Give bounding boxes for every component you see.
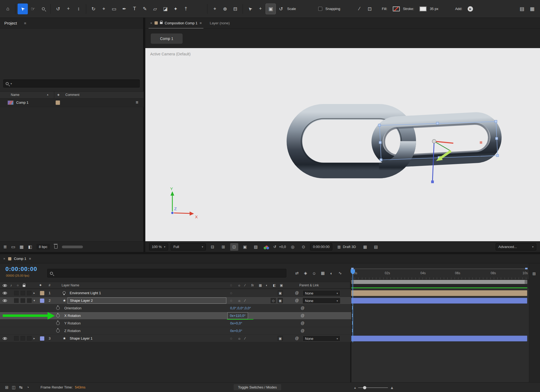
layer-duration-bar-shape-layer-2[interactable] (351, 298, 527, 304)
label-color-chip[interactable] (40, 336, 44, 341)
comp-marker-bin-icon[interactable]: ▤ (532, 272, 536, 276)
panel-menu-icon[interactable]: ≡ (29, 257, 31, 261)
eye-icon[interactable] (3, 299, 7, 302)
selection-handle[interactable] (496, 154, 499, 157)
lock-column-icon[interactable] (23, 285, 25, 287)
snapping-option-b-button[interactable]: ⊡ (364, 4, 375, 14)
work-area-bar[interactable] (351, 280, 527, 284)
solo-cell[interactable] (21, 336, 25, 341)
stopwatch-icon[interactable] (56, 321, 60, 325)
property-value[interactable]: 0x+0,0° (230, 329, 242, 333)
composition-tab[interactable]: × Composition Comp 1 ≡ (149, 18, 203, 28)
panel-menu-icon[interactable]: ≡ (24, 21, 26, 25)
x-rotation-value-box[interactable]: 0x+110,0° (227, 312, 248, 319)
add-play-button[interactable]: ▶ (468, 6, 473, 12)
pixel-aspect-button[interactable]: ▨ (252, 243, 260, 251)
layer-name-column-header[interactable]: Layer Name (62, 283, 79, 287)
parent-link-column-header[interactable]: Parent & Link (299, 283, 319, 287)
audio-cell[interactable] (14, 291, 19, 295)
solo-cell[interactable] (21, 298, 25, 303)
layer-row-environment-light[interactable]: ▸ 1 Environment Light 1 ◌ ▣ @ None ▾ (0, 289, 351, 297)
layer-tab-title[interactable]: Layer (none) (210, 21, 230, 25)
toggle-switches-modes-button[interactable]: Toggle Switches / Modes (234, 384, 281, 390)
collapse-switch-icon[interactable]: ☼ (238, 299, 241, 303)
project-item-name[interactable]: Comp 1 (16, 100, 29, 105)
composition-viewer[interactable]: Active Camera (Default) (145, 48, 540, 241)
collapse-switch-icon[interactable]: ☼ (238, 336, 241, 340)
stroke-swatch[interactable] (420, 6, 427, 11)
stroke-width-value[interactable]: 35 px (430, 7, 438, 11)
shy-column-icon[interactable]: ◌ (230, 283, 232, 287)
label-color-chip[interactable] (40, 291, 44, 295)
selection-handle[interactable] (378, 124, 381, 126)
exposure-value[interactable]: +0,0 (279, 245, 286, 249)
fill-swatch[interactable] (393, 6, 400, 11)
frame-blend-column-icon[interactable]: ▦ (259, 283, 262, 287)
layer-duration-bar-environment-light[interactable] (351, 290, 527, 296)
zoom-out-icon[interactable]: ▴ (354, 386, 356, 390)
mask-visibility-button[interactable]: ⊞ (219, 243, 227, 251)
new-folder-icon[interactable]: ▭ (11, 244, 15, 249)
preview-time-indicator[interactable]: 0:00:00:00 (310, 243, 332, 250)
gizmo-select-mode-button[interactable]: ➤ (245, 4, 255, 14)
motion-blur-button[interactable]: ◐ (328, 269, 335, 277)
camera-tool[interactable]: ⌖ (99, 4, 109, 14)
lock-cell[interactable] (27, 336, 32, 341)
label-column-icon[interactable]: ◆ (39, 283, 42, 286)
pan-camera-tool[interactable]: + (63, 4, 73, 14)
lock-cell[interactable] (27, 291, 32, 295)
roto-brush-tool[interactable]: ✦ (170, 4, 181, 14)
magnification-select[interactable]: 100 % ▾ (149, 243, 168, 250)
chevron-right-icon[interactable]: ▸ (33, 337, 35, 340)
clone-stamp-tool[interactable]: ▱ (150, 4, 160, 14)
local-axis-mode-button[interactable]: ⌖ (210, 4, 220, 14)
rotation-tool[interactable]: ↻ (88, 4, 99, 14)
layer-duration-bar-shape-layer-1[interactable] (351, 336, 527, 341)
transfer-controls-pane-icon[interactable]: ◫ (10, 385, 17, 390)
snapping-option-a-button[interactable]: ∕ (354, 4, 364, 14)
parent-dropdown[interactable]: None ▾ (303, 336, 340, 341)
interpret-footage-icon[interactable]: ≣ (3, 244, 7, 249)
graph-editor-button[interactable]: ∿ (336, 269, 344, 277)
adjustment-column-icon[interactable]: ◧ (273, 283, 276, 287)
selection-handle[interactable] (495, 137, 498, 140)
new-composition-icon[interactable]: ▦ (20, 244, 24, 249)
audio-column-icon[interactable]: ♪ (10, 283, 12, 287)
playhead-line[interactable] (353, 275, 353, 342)
solo-column-icon[interactable]: ○ (17, 283, 19, 287)
property-name[interactable]: Orientation (64, 306, 82, 310)
threed-column-icon[interactable]: ▣ (280, 283, 283, 287)
pick-whip-icon[interactable]: @ (301, 306, 304, 310)
comp-navigator-chip[interactable]: Comp 1 (151, 33, 183, 44)
property-value[interactable]: 0,0°,0,0°,0,0° (230, 306, 251, 310)
eye-icon[interactable] (3, 292, 7, 294)
zoom-in-icon[interactable]: ▲ (390, 385, 394, 390)
parent-dropdown[interactable]: None ▾ (303, 298, 340, 304)
stopwatch-icon[interactable] (56, 314, 60, 317)
view-axis-mode-button[interactable]: ⊟ (230, 4, 240, 14)
gizmo-x-handle[interactable] (480, 141, 482, 144)
project-search-input[interactable]: ▾ (3, 79, 140, 88)
effects-column-icon[interactable]: fx (251, 283, 254, 287)
close-tab-icon[interactable]: × (3, 257, 5, 261)
take-snapshot-button[interactable]: ◎ (289, 243, 297, 251)
zoom-knob[interactable] (363, 386, 366, 389)
eraser-tool[interactable]: ◪ (160, 4, 170, 14)
resolution-select[interactable]: Full ▾ (171, 243, 206, 250)
puppet-pin-tool[interactable]: † (181, 4, 191, 14)
property-value[interactable]: 0x+0,0° (230, 321, 242, 325)
reset-exposure-icon[interactable]: ↺ (273, 245, 276, 249)
grid-guides-button[interactable]: ⊟ (209, 243, 217, 251)
property-name[interactable]: X Rotation (64, 314, 81, 318)
property-row-y-rotation[interactable]: Y Rotation 0x+0,0° @ (0, 320, 351, 327)
video-column-icon[interactable] (3, 284, 7, 287)
snapping-checkbox[interactable] (318, 7, 322, 11)
parent-dropdown[interactable]: None ▾ (303, 290, 340, 296)
timeline-zoom-slider[interactable]: ▴ ▲ (354, 385, 394, 390)
pick-whip-icon[interactable]: @ (301, 329, 304, 333)
fast-previews-select[interactable]: Advanced... ▾ (496, 243, 536, 250)
eye-icon[interactable] (3, 337, 7, 340)
property-value[interactable]: 0x+110,0° (230, 314, 246, 318)
quality-column-icon[interactable]: ∕ (245, 283, 245, 287)
dolly-camera-tool[interactable]: ↕ (73, 4, 84, 14)
